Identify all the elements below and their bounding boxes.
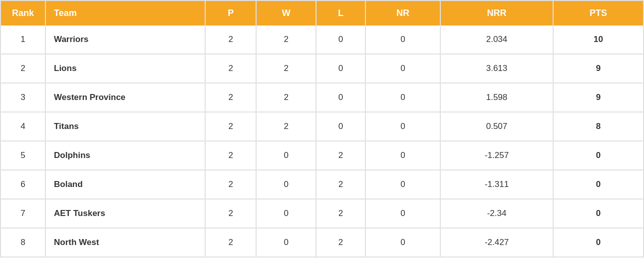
cell-l: 0 (316, 112, 365, 141)
table-row: 1 Warriors 2 2 0 0 2.034 10 (0, 26, 644, 54)
cell-l: 0 (316, 54, 365, 83)
table-header-row: Rank Team P W L NR NRR PTS (0, 0, 644, 26)
cell-p: 2 (205, 26, 256, 54)
cell-p: 2 (205, 112, 256, 141)
cell-pts: 0 (553, 170, 644, 199)
cell-nrr: -1.257 (440, 141, 553, 170)
cell-pts: 0 (553, 199, 644, 228)
cell-pts: 10 (553, 26, 644, 54)
cell-w: 2 (256, 83, 316, 112)
table-row: 3 Western Province 2 2 0 0 1.598 9 (0, 83, 644, 112)
header-p: P (205, 0, 256, 26)
cell-nrr: 1.598 (440, 83, 553, 112)
cell-team: North West (45, 228, 205, 257)
cell-team: Western Province (45, 83, 205, 112)
header-team: Team (45, 0, 205, 26)
cell-p: 2 (205, 199, 256, 228)
header-pts: PTS (553, 0, 644, 26)
cell-nr: 0 (365, 228, 440, 257)
table-row: 6 Boland 2 0 2 0 -1.311 0 (0, 170, 644, 199)
header-w: W (256, 0, 316, 26)
cell-nr: 0 (365, 199, 440, 228)
cell-nrr: -2.34 (440, 199, 553, 228)
cell-nrr: 0.507 (440, 112, 553, 141)
header-nr: NR (365, 0, 440, 26)
cell-w: 2 (256, 112, 316, 141)
cell-nrr: -2.427 (440, 228, 553, 257)
cell-rank: 3 (0, 83, 45, 112)
cell-team: Dolphins (45, 141, 205, 170)
cell-pts: 9 (553, 54, 644, 83)
cell-l: 2 (316, 199, 365, 228)
table-row: 5 Dolphins 2 0 2 0 -1.257 0 (0, 141, 644, 170)
cell-p: 2 (205, 54, 256, 83)
cell-l: 2 (316, 170, 365, 199)
cell-p: 2 (205, 83, 256, 112)
header-l: L (316, 0, 365, 26)
table-row: 2 Lions 2 2 0 0 3.613 9 (0, 54, 644, 83)
cell-l: 0 (316, 83, 365, 112)
cell-w: 0 (256, 228, 316, 257)
cell-p: 2 (205, 170, 256, 199)
cell-l: 2 (316, 141, 365, 170)
cell-w: 0 (256, 199, 316, 228)
cell-w: 0 (256, 141, 316, 170)
cell-l: 2 (316, 228, 365, 257)
cell-p: 2 (205, 228, 256, 257)
cell-rank: 8 (0, 228, 45, 257)
cell-team: Boland (45, 170, 205, 199)
table-row: 8 North West 2 0 2 0 -2.427 0 (0, 228, 644, 257)
cell-pts: 0 (553, 228, 644, 257)
table-row: 7 AET Tuskers 2 0 2 0 -2.34 0 (0, 199, 644, 228)
cell-nrr: 3.613 (440, 54, 553, 83)
cell-rank: 7 (0, 199, 45, 228)
cell-pts: 9 (553, 83, 644, 112)
cell-nrr: 2.034 (440, 26, 553, 54)
cell-nr: 0 (365, 141, 440, 170)
cell-team: AET Tuskers (45, 199, 205, 228)
cell-w: 0 (256, 170, 316, 199)
cell-nr: 0 (365, 26, 440, 54)
cell-rank: 1 (0, 26, 45, 54)
cell-rank: 5 (0, 141, 45, 170)
cell-team: Lions (45, 54, 205, 83)
cell-nr: 0 (365, 83, 440, 112)
cell-p: 2 (205, 141, 256, 170)
cell-w: 2 (256, 54, 316, 83)
cell-pts: 0 (553, 141, 644, 170)
cell-nr: 0 (365, 54, 440, 83)
cell-nr: 0 (365, 112, 440, 141)
cell-w: 2 (256, 26, 316, 54)
table-row: 4 Titans 2 2 0 0 0.507 8 (0, 112, 644, 141)
cell-team: Titans (45, 112, 205, 141)
header-nrr: NRR (440, 0, 553, 26)
header-rank: Rank (0, 0, 45, 26)
cell-rank: 6 (0, 170, 45, 199)
cell-l: 0 (316, 26, 365, 54)
standings-table: Rank Team P W L NR NRR PTS 1 Warriors 2 … (0, 0, 644, 258)
cell-rank: 2 (0, 54, 45, 83)
cell-pts: 8 (553, 112, 644, 141)
cell-team: Warriors (45, 26, 205, 54)
cell-nr: 0 (365, 170, 440, 199)
cell-nrr: -1.311 (440, 170, 553, 199)
cell-rank: 4 (0, 112, 45, 141)
